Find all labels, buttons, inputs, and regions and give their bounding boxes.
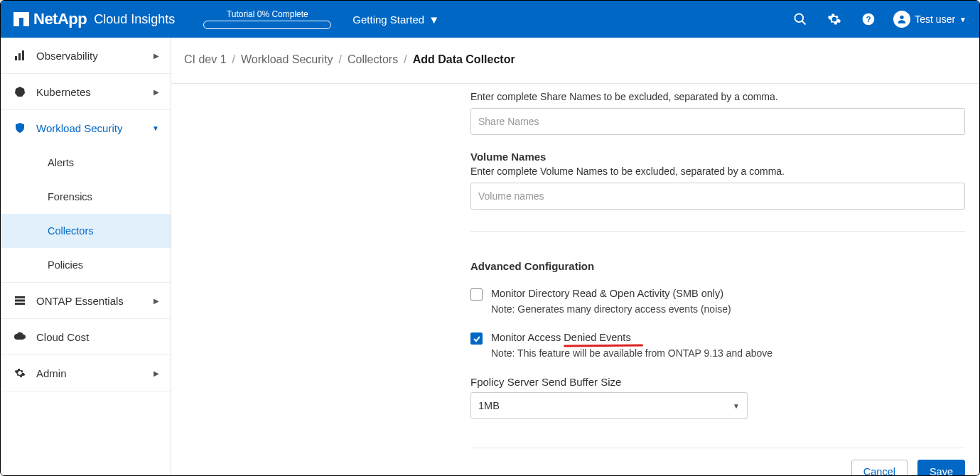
svg-line-1 [802,21,806,25]
nav-label: ONTAP Essentials [36,295,124,307]
svg-marker-8 [15,87,25,97]
chevron-right-icon: ▶ [154,52,159,60]
nav-label: Admin [36,367,67,379]
fpolicy-buffer-value: 1MB [478,400,500,411]
nav-label: Workload Security [36,122,122,134]
user-menu[interactable]: Test user ▼ [893,11,966,28]
netapp-logo-icon [14,12,29,26]
nav-label: Cloud Cost [36,331,89,343]
app-header: NetApp Cloud Insights Tutorial 0% Comple… [1,1,979,38]
gear-icon[interactable] [826,11,842,27]
svg-rect-9 [15,296,25,298]
highlighted-text: Denied Events [564,332,630,343]
monitor-access-denied-label: Monitor Access Denied Events [491,332,631,343]
chevron-right-icon: ▶ [154,88,159,96]
tutorial-progress[interactable]: Tutorial 0% Complete [203,9,331,29]
save-button[interactable]: Save [917,460,965,476]
svg-point-0 [795,14,804,23]
sidebar-item-collectors[interactable]: Collectors [1,214,171,248]
volume-names-input[interactable] [470,183,965,210]
svg-rect-7 [22,50,24,60]
getting-started-label: Getting Started [352,13,424,26]
monitor-access-denied-note: Note: This feature will be available fro… [491,347,965,359]
cloud-icon [14,330,26,343]
svg-point-4 [900,16,904,19]
sidebar-item-admin[interactable]: Admin ▶ [1,355,171,391]
brand-logo[interactable]: NetApp Cloud Insights [14,10,175,28]
gear-icon [14,367,26,379]
search-icon[interactable] [792,11,808,27]
tutorial-progress-bar [203,21,331,29]
kubernetes-icon [14,85,26,98]
fpolicy-buffer-select[interactable]: 1MB ▼ [470,392,748,419]
chevron-right-icon: ▶ [154,369,159,377]
breadcrumb-separator: / [339,53,342,66]
share-names-input[interactable] [470,108,965,135]
sidebar-item-alerts[interactable]: Alerts [1,146,171,180]
bar-chart-icon [14,49,26,62]
sidebar: Observability ▶ Kubernetes ▶ Workload Se… [1,38,171,476]
svg-rect-10 [15,300,25,302]
breadcrumb-separator: / [232,53,235,66]
chevron-down-icon: ▼ [959,16,966,23]
svg-rect-6 [18,53,21,60]
breadcrumb-link[interactable]: Collectors [348,53,398,66]
volume-names-help: Enter complete Volume Names to be exclud… [470,166,965,177]
brand-sub: Cloud Insights [94,12,175,27]
sidebar-item-observability[interactable]: Observability ▶ [1,38,171,74]
breadcrumb-link[interactable]: Workload Security [241,53,333,66]
share-names-help: Enter complete Share Names to be exclude… [470,91,965,102]
monitor-directory-checkbox[interactable] [470,288,483,301]
sidebar-item-forensics[interactable]: Forensics [1,180,171,214]
chevron-down-icon: ▼ [429,13,439,26]
monitor-directory-note: Note: Generates many directory access ev… [491,303,965,315]
sidebar-item-ontap-essentials[interactable]: ONTAP Essentials ▶ [1,283,171,319]
breadcrumb: CI dev 1 / Workload Security / Collector… [171,38,979,84]
chevron-down-icon: ▼ [152,124,159,132]
shield-icon [14,121,26,134]
chevron-down-icon: ▼ [733,402,740,410]
sidebar-item-workload-security[interactable]: Workload Security ▼ [1,110,171,146]
monitor-access-denied-checkbox[interactable] [470,332,483,345]
svg-rect-11 [15,303,25,305]
brand-main: NetApp [33,10,87,28]
sidebar-item-policies[interactable]: Policies [1,248,171,282]
nav-label: Kubernetes [36,86,91,98]
storage-icon [14,294,26,307]
checkmark-icon [473,335,481,343]
svg-rect-5 [15,56,17,60]
user-avatar-icon [893,11,910,28]
breadcrumb-separator: / [404,53,406,66]
sidebar-item-cloud-cost[interactable]: Cloud Cost [1,319,171,355]
getting-started-dropdown[interactable]: Getting Started ▼ [352,13,439,26]
username-label: Test user [915,13,955,25]
help-icon[interactable]: ? [861,11,876,27]
breadcrumb-link[interactable]: CI dev 1 [184,53,227,66]
volume-names-label: Volume Names [470,151,965,163]
main-content: CI dev 1 / Workload Security / Collector… [171,38,979,476]
advanced-config-title: Advanced Configuration [470,260,965,272]
monitor-directory-label: Monitor Directory Read & Open Activity (… [491,288,723,299]
form-actions: Cancel Save [470,448,965,476]
svg-text:?: ? [866,14,871,23]
tutorial-label: Tutorial 0% Complete [227,9,308,19]
breadcrumb-current: Add Data Collector [413,53,515,66]
nav-label: Observability [36,50,98,62]
fpolicy-buffer-label: Fpolicy Server Send Buffer Size [470,376,965,388]
chevron-right-icon: ▶ [154,297,159,305]
sidebar-item-kubernetes[interactable]: Kubernetes ▶ [1,74,171,110]
cancel-button[interactable]: Cancel [851,460,908,476]
